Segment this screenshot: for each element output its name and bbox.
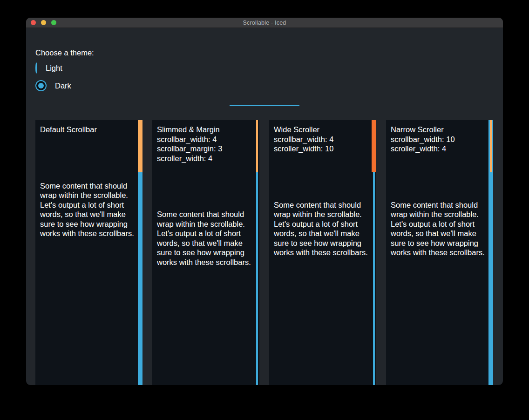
- column-body-text: Some content that should wrap within the…: [152, 210, 259, 267]
- radio-circle-dark[interactable]: [35, 80, 47, 91]
- horizontal-rule: [230, 105, 299, 106]
- column-params: scrollbar_width: 4 scrollbar_margin: 3 s…: [157, 135, 254, 163]
- maximize-button[interactable]: [51, 20, 56, 25]
- traffic-lights: [31, 18, 56, 27]
- close-button[interactable]: [31, 20, 36, 25]
- radio-label-dark: Dark: [55, 81, 71, 91]
- column-header: Slimmed & Margin scrollbar_width: 4 scro…: [152, 120, 259, 163]
- column-params: scrollbar_width: 10 scroller_width: 4: [391, 135, 488, 154]
- radio-label-light: Light: [46, 63, 62, 73]
- scrollbar-thumb[interactable]: [138, 120, 142, 172]
- radio-option-light[interactable]: Light: [35, 62, 41, 74]
- scrollbar-thumb[interactable]: [372, 120, 376, 172]
- column-title: Narrow Scroller: [391, 125, 488, 135]
- column-title: Default Scrollbar: [40, 125, 137, 135]
- column-header: Default Scrollbar: [35, 120, 142, 135]
- scrollable-column-slimmed[interactable]: Slimmed & Margin scrollbar_width: 4 scro…: [152, 120, 259, 385]
- scrollbar-thumb[interactable]: [256, 120, 258, 172]
- content-area: Choose a theme: Light Dark Default Scrol…: [26, 28, 503, 385]
- column-body-text: Some content that should wrap within the…: [35, 181, 142, 238]
- column-title: Slimmed & Margin: [157, 125, 254, 135]
- column-header: Narrow Scroller scrollbar_width: 10 scro…: [386, 120, 493, 154]
- radio-circle-light[interactable]: [35, 62, 37, 74]
- radio-selected-dot: [38, 83, 44, 88]
- column-header: Wide Scroller scrollbar_width: 4 scrolle…: [269, 120, 376, 154]
- theme-chooser-label: Choose a theme:: [35, 48, 94, 58]
- radio-option-dark[interactable]: Dark: [35, 80, 71, 91]
- scrollbar-thumb[interactable]: [490, 120, 492, 172]
- column-title: Wide Scroller: [274, 125, 371, 135]
- column-body-text: Some content that should wrap within the…: [386, 200, 493, 257]
- titlebar[interactable]: Scrollable - Iced: [26, 18, 503, 28]
- scrollable-column-default[interactable]: Default Scrollbar Some content that shou…: [35, 120, 142, 385]
- minimize-button[interactable]: [41, 20, 46, 25]
- column-params: scrollbar_width: 4 scroller_width: 10: [274, 135, 371, 154]
- scrollable-column-narrow-scroller[interactable]: Narrow Scroller scrollbar_width: 10 scro…: [386, 120, 493, 385]
- window-title: Scrollable - Iced: [243, 20, 286, 26]
- scrollable-column-wide-scroller[interactable]: Wide Scroller scrollbar_width: 4 scrolle…: [269, 120, 376, 385]
- column-body-text: Some content that should wrap within the…: [269, 200, 376, 257]
- scrollable-row: Default Scrollbar Some content that shou…: [35, 120, 493, 385]
- app-window: Scrollable - Iced Choose a theme: Light …: [26, 18, 503, 385]
